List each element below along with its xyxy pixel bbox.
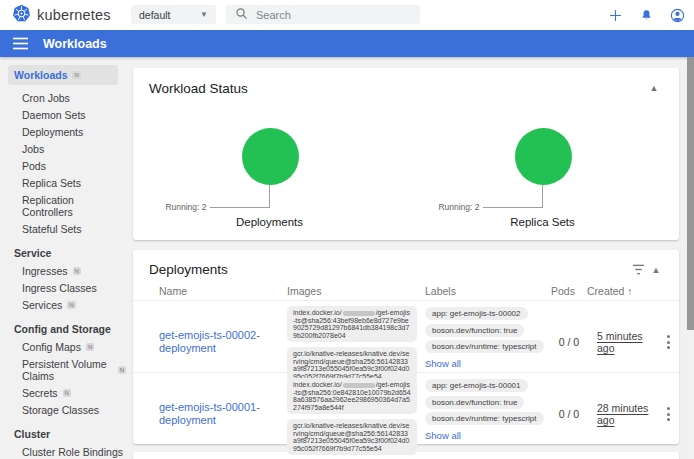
kubernetes-logo-icon (12, 4, 31, 27)
sidebar-item-deployments[interactable]: Deployments (0, 123, 130, 140)
column-header-created[interactable]: Created ↑ (587, 281, 657, 297)
sort-ascending-icon: ↑ (627, 285, 632, 297)
chevron-down-icon: ▼ (200, 10, 208, 19)
namespace-select[interactable]: default ▼ (131, 5, 216, 24)
workload-status-title: Workload Status (149, 81, 645, 96)
sidebar-item-services[interactable]: Services N (0, 296, 130, 313)
sidebar-section-service: Service (0, 237, 130, 262)
sidebar-item-secrets[interactable]: Secrets N (0, 384, 130, 401)
sidebar-item-replication-controllers[interactable]: Replication Controllers (0, 191, 130, 220)
created-time: 28 minutes ago (587, 402, 657, 426)
deployments-pie (242, 128, 299, 185)
table-row: get-emojis-ts-00001-deployment index.doc… (133, 372, 679, 444)
vertical-scrollbar-track[interactable] (687, 57, 694, 459)
label-chip: app: get-emojis-ts-00001 (425, 379, 528, 392)
sidebar-item-storage-classes[interactable]: Storage Classes (0, 401, 130, 418)
redacted-text (343, 311, 375, 316)
label-chip: app: get-emojis-ts-00002 (425, 307, 528, 320)
sidebar-nav: Workloads N Cron Jobs Daemon Sets Deploy… (0, 57, 130, 459)
search-input[interactable] (256, 9, 411, 21)
menu-hamburger-icon[interactable] (13, 37, 28, 50)
namespaced-badge: N (72, 71, 80, 79)
deployment-name-link[interactable]: get-emojis-ts-00001-deployment (159, 401, 287, 427)
column-header-images[interactable]: Images (287, 281, 425, 297)
namespaced-badge: N (63, 389, 71, 397)
main-content: Workload Status ▲ Running: 2 Deployments… (130, 57, 681, 459)
row-actions-kebab-button[interactable] (663, 403, 674, 425)
deployment-name-link[interactable]: get-emojis-ts-00002-deployment (159, 329, 287, 355)
namespaced-badge: N (67, 301, 75, 309)
search-box[interactable] (226, 5, 420, 24)
vertical-scrollbar-thumb[interactable] (687, 57, 694, 330)
image-chip: index.docker.io//get-emojis-ts@sha256:43… (287, 306, 417, 342)
sidebar-item-cron-jobs[interactable]: Cron Jobs (0, 89, 130, 106)
column-header-name[interactable]: Name (159, 281, 287, 297)
namespaced-badge: N (73, 267, 81, 275)
chart-label: Deployments (133, 216, 406, 228)
search-icon (235, 6, 248, 24)
sidebar-section-cluster: Cluster (0, 418, 130, 443)
notifications-bell-button[interactable] (635, 4, 657, 26)
workload-status-card: Workload Status ▲ Running: 2 Deployments… (133, 68, 679, 240)
sidebar-item-daemon-sets[interactable]: Daemon Sets (0, 106, 130, 123)
sidebar-section-config-and-storage: Config and Storage (0, 313, 130, 338)
create-plus-button[interactable] (604, 4, 626, 26)
sidebar-item-ingress-classes[interactable]: Ingress Classes (0, 279, 130, 296)
replica-sets-status-chart: Running: 2 Replica Sets (406, 96, 679, 236)
account-button[interactable] (666, 4, 688, 26)
sidebar-item-stateful-sets[interactable]: Stateful Sets (0, 220, 130, 237)
filter-button[interactable] (629, 262, 647, 278)
table-row: get-emojis-ts-00002-deployment index.doc… (133, 300, 679, 372)
sidebar-item-replica-sets[interactable]: Replica Sets (0, 174, 130, 191)
namespaced-badge: N (86, 343, 94, 351)
label-chip: boson.dev/function: true (425, 396, 524, 409)
image-chip: index.docker.io//get-emojis-ts@sha256:0e… (287, 378, 417, 414)
sidebar-item-config-maps[interactable]: Config Maps N (0, 338, 130, 355)
pods-count: 0 / 0 (559, 336, 579, 348)
chart-label: Replica Sets (406, 216, 679, 228)
row-actions-kebab-button[interactable] (663, 331, 674, 353)
deployments-status-chart: Running: 2 Deployments (133, 96, 406, 236)
namespaced-badge: N (118, 366, 126, 374)
kubernetes-logo-link[interactable]: kubernetes (12, 0, 111, 30)
legend-leader-line (210, 185, 270, 208)
running-count-annotation: Running: 2 (165, 202, 206, 212)
image-chip: gcr.io/knative-releases/knative.dev/serv… (287, 419, 417, 455)
top-bar: kubernetes default ▼ (0, 0, 694, 30)
app-bar: Workloads (0, 30, 694, 57)
sidebar-item-persistent-volume-claims[interactable]: Persistent Volume Claims N (0, 355, 130, 384)
redacted-text (343, 383, 375, 388)
legend-leader-line (483, 185, 543, 208)
pods-count: 0 / 0 (559, 408, 579, 420)
collapse-card-button[interactable]: ▲ (647, 262, 665, 278)
created-time: 5 minutes ago (587, 330, 657, 354)
show-all-link[interactable]: Show all (425, 358, 461, 369)
deployments-card: Deployments ▲ Name Images Labels Pods Cr… (133, 250, 679, 444)
column-header-labels[interactable]: Labels (425, 281, 551, 297)
replica-sets-pie (515, 128, 572, 185)
deployments-title: Deployments (149, 262, 629, 277)
brand-text: kubernetes (37, 7, 111, 23)
table-header-row: Name Images Labels Pods Created ↑ (133, 278, 679, 300)
sidebar-item-workloads[interactable]: Workloads N (8, 65, 118, 85)
namespace-value: default (139, 9, 171, 21)
sidebar-item-jobs[interactable]: Jobs (0, 140, 130, 157)
show-all-link[interactable]: Show all (425, 430, 461, 441)
label-chip: boson.dev/runtime: typescript (425, 412, 544, 425)
running-count-annotation: Running: 2 (438, 202, 479, 212)
label-chip: boson.dev/runtime: typescript (425, 340, 544, 353)
collapse-card-button[interactable]: ▲ (645, 80, 663, 96)
sidebar-item-ingresses[interactable]: Ingresses N (0, 262, 130, 279)
label-chip: boson.dev/function: true (425, 324, 524, 337)
sidebar-item-pods[interactable]: Pods (0, 157, 130, 174)
chevron-up-icon: ▲ (652, 265, 661, 275)
chevron-up-icon: ▲ (650, 83, 659, 93)
sidebar-item-cluster-role-bindings[interactable]: Cluster Role Bindings (0, 443, 130, 459)
column-header-pods[interactable]: Pods (551, 281, 587, 297)
page-title: Workloads (43, 37, 107, 51)
